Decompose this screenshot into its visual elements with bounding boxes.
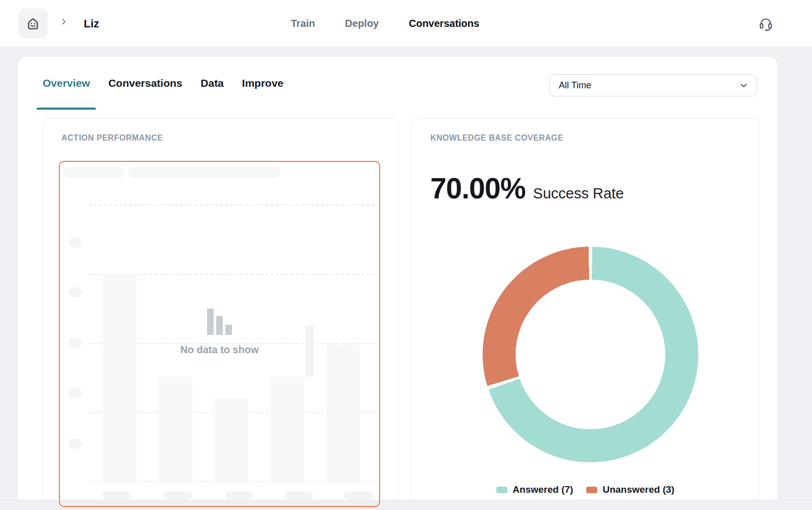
skeleton-axis-label	[225, 491, 253, 500]
tab-conversations[interactable]: Conversations	[102, 78, 188, 89]
skeleton-axis-tick	[69, 287, 82, 297]
support-button[interactable]	[757, 15, 775, 33]
skeleton-axis-tick	[69, 388, 82, 398]
time-range-dropdown[interactable]: All Time	[549, 74, 757, 96]
primary-nav-links: Train Deploy Conversations	[291, 0, 479, 47]
tab-data[interactable]: Data	[194, 78, 230, 89]
donut-chart[interactable]	[483, 247, 698, 462]
knowledge-base-title: KNOWLEDGE BASE COVERAGE	[430, 133, 563, 143]
skeleton-pill	[63, 167, 124, 178]
skeleton-axis-tick	[69, 438, 82, 449]
legend-swatch-answered	[496, 487, 507, 493]
action-performance-highlight-region[interactable]: No data to show	[59, 161, 380, 507]
skeleton-axis-label	[285, 491, 313, 500]
action-performance-title: ACTION PERFORMANCE	[61, 133, 163, 143]
home-smiley-icon	[25, 15, 41, 31]
skeleton-bar	[159, 377, 192, 484]
empty-state: No data to show	[60, 309, 379, 356]
legend-item-answered[interactable]: Answered (7)	[496, 484, 573, 495]
skeleton-bar	[215, 398, 248, 484]
headset-icon	[758, 17, 773, 32]
bar-chart-icon	[207, 309, 232, 335]
nav-link-deploy[interactable]: Deploy	[345, 18, 379, 29]
donut-chart-hole	[516, 280, 665, 429]
chevron-down-icon	[739, 81, 749, 90]
skeleton-bar	[103, 274, 137, 484]
knowledge-base-coverage-card: KNOWLEDGE BASE COVERAGE 70.00% Success R…	[411, 118, 760, 510]
skeleton-axis-label	[163, 491, 192, 500]
tab-overview[interactable]: Overview	[37, 78, 96, 89]
legend-item-unanswered[interactable]: Unanswered (3)	[586, 484, 674, 495]
skeleton-bar	[326, 345, 360, 484]
success-rate-value: 70.00%	[430, 172, 525, 205]
home-logo-button[interactable]	[18, 9, 48, 38]
time-range-value: All Time	[559, 80, 591, 91]
success-rate-label: Success Rate	[533, 185, 624, 202]
nav-link-train[interactable]: Train	[291, 18, 315, 29]
skeleton-bar	[270, 377, 304, 484]
main-content-panel: Overview Conversations Data Improve All …	[18, 57, 777, 510]
breadcrumb-current-item[interactable]: Liz	[84, 17, 99, 30]
breadcrumb-separator: ›	[61, 14, 66, 28]
chart-gridline	[89, 205, 375, 206]
skeleton-pill	[128, 167, 281, 178]
legend-swatch-unanswered	[586, 487, 597, 493]
skeleton-axis-label	[102, 491, 130, 500]
tab-improve[interactable]: Improve	[236, 78, 290, 89]
success-rate-stat: 70.00% Success Rate	[430, 172, 624, 205]
nav-link-conversations[interactable]: Conversations	[409, 18, 479, 29]
skeleton-axis-tick	[69, 237, 82, 248]
action-performance-card: ACTION PERFORMANCE	[42, 118, 399, 510]
dashboard-tabs: Overview Conversations Data Improve	[37, 78, 290, 89]
top-navigation-bar: › Liz Train Deploy Conversations	[0, 0, 812, 47]
skeleton-axis-label	[344, 491, 373, 500]
donut-legend: Answered (7) Unanswered (3)	[412, 484, 759, 495]
empty-state-text: No data to show	[60, 344, 379, 356]
